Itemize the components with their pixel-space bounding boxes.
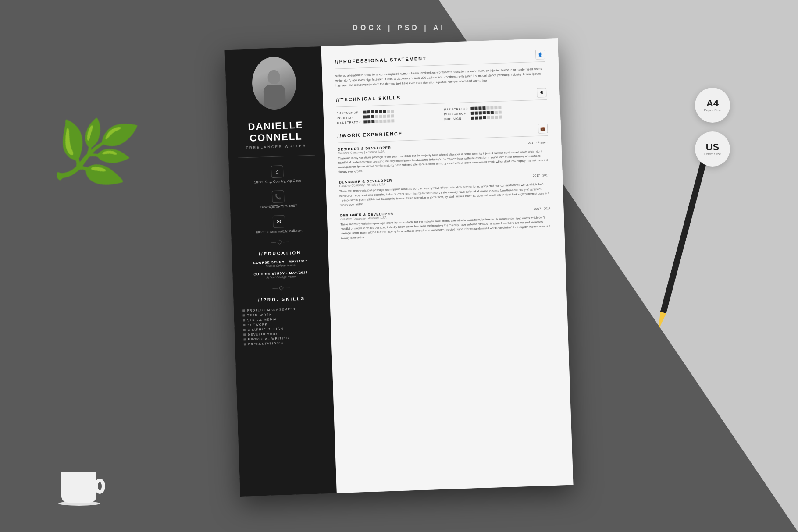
resume-main: //PROFESSIONAL STATEMENT 👤 suffered alte… xyxy=(321,38,573,493)
work-item: DESIGNER & DEVELOPER 2017 - 2018 Creativ… xyxy=(340,206,552,241)
contact-email: ✉ luisebranlaramail@gmail.com xyxy=(231,214,328,235)
skills-icon: ⚙ xyxy=(537,88,547,98)
skill-dot xyxy=(499,110,502,113)
skill-dot xyxy=(391,114,394,117)
contact-address: ⌂ Street, City, Country, Zip Code xyxy=(229,164,326,185)
skill-dot xyxy=(479,111,482,114)
bullet-icon xyxy=(243,333,246,336)
skill-label: ILLUSTRATOR xyxy=(337,120,361,124)
skill-dot xyxy=(363,115,367,118)
skill-dot xyxy=(387,114,390,117)
skill-dot xyxy=(379,120,382,123)
technical-skills-header: //TECHNICAL SKILLS ⚙ xyxy=(336,88,547,107)
skill-dot xyxy=(479,116,482,119)
skill-dot xyxy=(499,115,502,118)
home-icon: ⌂ xyxy=(271,165,284,178)
us-sublabel: Letter Size xyxy=(704,152,721,156)
we-heading: //WORK EXPERIENCE xyxy=(337,131,403,138)
ornament-1 xyxy=(271,238,289,246)
a4-sublabel: Paper Size xyxy=(704,108,721,112)
skill-label: PHOTOSHOP xyxy=(444,112,468,116)
skill-dot xyxy=(470,106,474,110)
skill-dot xyxy=(478,106,481,110)
email-icon: ✉ xyxy=(273,215,285,228)
pro-skills-list: PROJECT MANAGEMENT TEAM WORK SOCIAL MEDI… xyxy=(234,305,331,348)
contact-phone: 📞 +060-0(875)-7575-6997 xyxy=(230,189,327,210)
skill-dot xyxy=(387,119,390,122)
bullet-icon xyxy=(243,319,245,321)
coffee-cup xyxy=(61,472,100,506)
divider-1 xyxy=(238,155,315,158)
skill-dots xyxy=(363,114,394,118)
person-icon: 👤 xyxy=(535,50,545,60)
name-block: DANIELLE CONNELL FREELANCER WRITER xyxy=(241,119,311,150)
bullet-icon xyxy=(243,338,246,340)
skill-dot xyxy=(367,110,370,113)
bullet-icon xyxy=(242,309,245,312)
skill-label: PHOTOSHOP xyxy=(337,110,361,114)
skill-dot xyxy=(375,115,378,118)
professional-statement-header: //PROFESSIONAL STATEMENT 👤 xyxy=(335,50,545,69)
a4-label: A4 xyxy=(706,99,719,108)
skill-dots xyxy=(471,110,502,114)
skill-dot xyxy=(483,111,486,114)
email-text: luisebranlaramail@gmail.com xyxy=(256,229,302,234)
skill-presentations: PRESENTATION'S xyxy=(244,340,323,346)
work-item: DESIGNER & DEVELOPER 2017 - 2018 Creativ… xyxy=(339,173,550,207)
skill-dot xyxy=(475,116,478,119)
work-date: 2017 - 2018 xyxy=(533,174,549,177)
skill-dot xyxy=(379,115,382,118)
skills-grid: PHOTOSHOPILLUSTRATORINDESIGNPHOTOSHOPILL… xyxy=(337,104,548,124)
phone-icon: 📞 xyxy=(272,190,285,203)
skill-dot xyxy=(491,111,494,114)
skill-dot xyxy=(391,119,394,122)
work-item: DESIGNER & DEVELOPER 2017 - Present Crea… xyxy=(338,140,549,174)
skill-dot xyxy=(383,114,386,117)
skill-dot xyxy=(379,110,382,113)
skill-dot xyxy=(391,110,394,113)
skill-dot xyxy=(474,106,477,110)
ps-heading: //PROFESSIONAL STATEMENT xyxy=(335,56,427,64)
skill-dot xyxy=(471,116,474,119)
education-heading: //EDUCATION xyxy=(259,250,302,256)
skill-dot xyxy=(363,120,367,123)
pro-skills-heading: //PRO. SKILLS xyxy=(258,296,306,303)
skill-dot xyxy=(371,120,374,123)
resume-sidebar: DANIELLE CONNELL FREELANCER WRITER ⌂ Str… xyxy=(224,46,336,497)
skill-dot xyxy=(494,106,497,109)
skill-dot xyxy=(363,110,366,113)
skill-label: INDESIGN xyxy=(337,115,361,119)
skill-dots xyxy=(471,115,502,119)
briefcase-icon: 💼 xyxy=(538,124,548,134)
ts-heading: //TECHNICAL SKILLS xyxy=(336,95,401,102)
skill-dots xyxy=(363,110,394,113)
work-items-container: DESIGNER & DEVELOPER 2017 - Present Crea… xyxy=(338,140,551,241)
bullet-icon xyxy=(243,324,245,326)
skill-dots xyxy=(363,119,394,123)
skill-dot xyxy=(495,115,498,118)
skill-dot xyxy=(490,106,493,109)
skill-dot xyxy=(471,111,474,114)
resume-document: DANIELLE CONNELL FREELANCER WRITER ⌂ Str… xyxy=(224,38,573,497)
skill-dot xyxy=(367,115,370,118)
skill-dots xyxy=(470,106,501,110)
ornament-2 xyxy=(272,284,290,292)
skill-dot xyxy=(475,111,478,114)
us-label: US xyxy=(706,142,720,152)
skill-dot xyxy=(495,111,498,114)
skill-dot xyxy=(483,116,486,119)
bullet-icon xyxy=(244,343,246,345)
skill-dot xyxy=(487,116,490,119)
skill-dot xyxy=(383,110,386,113)
skill-dot xyxy=(482,106,485,109)
skill-dot xyxy=(487,111,490,114)
job-title: FREELANCER WRITER xyxy=(246,144,307,150)
skill-dot xyxy=(486,106,489,109)
skill-dot xyxy=(383,119,386,122)
profile-photo xyxy=(251,56,297,110)
last-name: CONNELL xyxy=(246,131,306,144)
phone-text: +060-0(875)-7575-6997 xyxy=(260,204,297,209)
skill-label: ILLUSTRATOR xyxy=(444,107,468,111)
skill-dot xyxy=(498,106,501,109)
address-text: Street, City, Country, Zip Code xyxy=(254,179,301,184)
